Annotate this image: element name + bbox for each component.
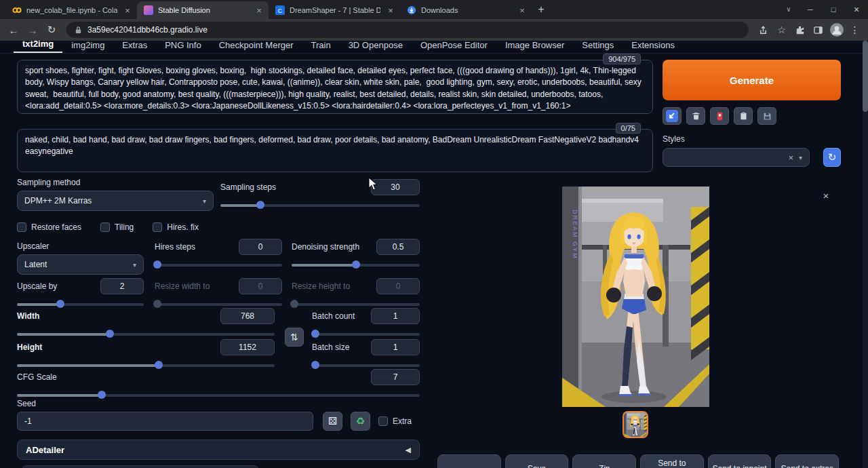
open-folder-button[interactable] (437, 454, 501, 468)
extra-seed-checkbox[interactable] (378, 416, 388, 426)
batch-size-input[interactable] (371, 339, 420, 355)
tab-image-browser[interactable]: Image Browser (496, 39, 573, 53)
upscale-by-slider[interactable] (17, 300, 144, 308)
extra-seed-option[interactable]: Extra (378, 416, 412, 426)
window-minimize-button[interactable]: ─ (799, 0, 822, 19)
hires-fix-option[interactable]: Hires. fix (153, 222, 199, 232)
resize-height-slider[interactable] (292, 300, 420, 308)
tab-extras[interactable]: Extras (113, 39, 156, 53)
new-tab-button[interactable]: + (532, 1, 551, 19)
height-slider[interactable] (17, 361, 275, 369)
tab-train[interactable]: Train (302, 39, 340, 53)
prompt-input[interactable]: sport shoes, fighter, fight, fight Glove… (17, 60, 653, 114)
styles-dropdown[interactable]: × ▾ (663, 148, 810, 167)
clear-prompt-button[interactable] (686, 107, 705, 125)
restore-faces-option[interactable]: Restore faces (17, 222, 81, 232)
random-seed-button[interactable]: ⚄ (323, 412, 342, 431)
window-maximize-button[interactable]: □ (822, 0, 845, 19)
tab-txt2img[interactable]: txt2img (14, 37, 62, 53)
denoising-strength-slider[interactable] (292, 260, 420, 269)
hires-steps-input[interactable] (239, 239, 282, 255)
page-scrollbar[interactable] (863, 41, 868, 468)
tab-img2img[interactable]: img2img (62, 39, 113, 53)
tab-openpose-editor[interactable]: OpenPose Editor (412, 39, 496, 53)
tab-close-icon[interactable]: × (254, 5, 264, 16)
width-label: Width (17, 311, 39, 321)
back-icon[interactable]: ← (4, 24, 23, 36)
tab-checkpoint-merger[interactable]: Checkpoint Merger (210, 39, 302, 53)
address-bar[interactable]: 3a59ec42041dbb46cb.gradio.live (66, 22, 749, 38)
browser-menu-icon[interactable]: ⋮ (846, 23, 864, 37)
browser-tabstrip: new_colab_file.ipynb - Colaborat... × St… (0, 0, 868, 19)
tab-png-info[interactable]: PNG Info (156, 39, 210, 53)
reload-icon[interactable]: ↻ (42, 24, 61, 36)
send-to-inpaint-button[interactable]: Send to inpaint (708, 454, 772, 468)
profile-avatar[interactable] (827, 23, 846, 37)
extra-networks-button[interactable] (710, 107, 729, 125)
upscaler-dropdown[interactable]: Latent ▾ (17, 254, 144, 275)
side-panel-icon[interactable] (809, 23, 827, 37)
browser-tab-colab[interactable]: new_colab_file.ipynb - Colaborat... × (5, 1, 137, 19)
forward-icon[interactable]: → (23, 24, 42, 36)
upscale-by-input[interactable] (100, 278, 144, 294)
hires-steps-slider[interactable] (155, 260, 282, 269)
reuse-seed-button[interactable]: ♻ (351, 412, 370, 431)
browser-tab-downloads[interactable]: Downloads × (400, 1, 532, 19)
bookmark-star-icon[interactable]: ☆ (772, 23, 791, 37)
seed-input[interactable] (17, 412, 313, 431)
sampling-steps-slider[interactable] (220, 201, 420, 209)
save-style-button[interactable] (757, 107, 776, 125)
tiling-checkbox[interactable] (100, 222, 110, 232)
tab-search-icon[interactable]: ∨ (778, 0, 799, 19)
sampling-steps-input[interactable] (371, 179, 420, 195)
styles-clear-icon[interactable]: × (788, 153, 793, 163)
denoising-strength-input[interactable] (376, 239, 420, 255)
url-text: 3a59ec42041dbb46cb.gradio.live (87, 25, 208, 35)
width-input[interactable] (220, 308, 275, 324)
swap-dimensions-button[interactable]: ⇅ (285, 328, 304, 347)
browser-tab-stable-diffusion[interactable]: Stable Diffusion × (137, 1, 269, 19)
browser-tab-dreamshaper[interactable]: C DreamShaper - 7 | Stable Diffusi... × (269, 1, 400, 19)
cfg-scale-input[interactable] (371, 369, 420, 385)
extra-seed-label: Extra (393, 416, 412, 426)
send-to-extras-button[interactable]: Send to extras (775, 454, 839, 468)
width-slider[interactable] (17, 330, 275, 338)
adetailer-accordion[interactable]: ADetailer ◀ (17, 440, 420, 460)
extensions-puzzle-icon[interactable] (791, 23, 809, 37)
paste-arrow-icon (666, 110, 678, 122)
gallery-close-icon[interactable]: × (820, 190, 832, 201)
tab-settings[interactable]: Settings (573, 39, 623, 53)
negative-prompt-input[interactable]: naked, child, bad hand, bad draw, bad dr… (17, 129, 653, 172)
resize-width-input[interactable] (239, 278, 282, 294)
paste-params-button[interactable] (663, 107, 682, 125)
denoising-strength-field: Denoising strength (292, 239, 420, 269)
hires-fix-checkbox[interactable] (153, 222, 162, 232)
height-input[interactable] (220, 339, 275, 355)
gallery-thumbnail[interactable] (623, 411, 648, 438)
refresh-styles-button[interactable]: ↻ (823, 148, 841, 167)
sampling-method-dropdown[interactable]: DPM++ 2M Karras ▾ (17, 191, 214, 211)
tab-extensions[interactable]: Extensions (623, 39, 684, 53)
window-close-button[interactable]: × (845, 0, 868, 19)
send-to-img2img-button[interactable]: Send to img2img (640, 454, 704, 468)
generate-button[interactable]: Generate (663, 60, 841, 100)
scrollbar-thumb[interactable] (863, 41, 868, 112)
tab-close-icon[interactable]: × (385, 5, 396, 16)
generated-image[interactable] (562, 187, 709, 407)
zip-button[interactable]: Zip (572, 454, 636, 468)
tab-close-icon[interactable]: × (517, 5, 528, 16)
resize-width-slider[interactable] (155, 300, 282, 308)
restore-faces-checkbox[interactable] (17, 222, 26, 232)
batch-count-slider[interactable] (312, 330, 420, 338)
resize-height-input[interactable] (376, 278, 420, 294)
save-button[interactable]: Save (505, 454, 569, 468)
batch-size-slider[interactable] (312, 361, 420, 369)
cfg-scale-slider[interactable] (17, 391, 420, 399)
tab-3d-openpose[interactable]: 3D Openpose (340, 39, 412, 53)
tab-close-icon[interactable]: × (122, 5, 133, 16)
batch-count-input[interactable] (371, 308, 420, 324)
tiling-option[interactable]: Tiling (100, 222, 134, 232)
share-icon[interactable] (754, 23, 772, 37)
next-section-panel[interactable] (22, 465, 258, 468)
apply-styles-button[interactable] (734, 107, 753, 125)
